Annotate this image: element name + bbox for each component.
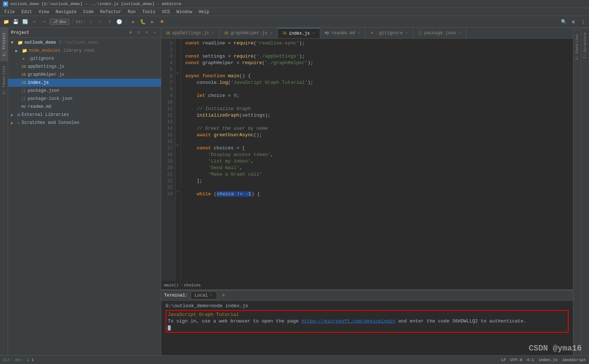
tree-item-ext-libs[interactable]: ▶ ⊞ External Libraries <box>8 111 161 119</box>
stop-btn[interactable]: ■ <box>158 18 166 26</box>
tree-item-packagelockjson[interactable]: {} package-lock.json <box>8 95 161 103</box>
tab-graphhelper-close[interactable]: × <box>270 31 273 36</box>
menu-file[interactable]: File <box>1 9 18 15</box>
git-label: Git: <box>76 20 85 24</box>
tab-appsettings[interactable]: JS appSettings.js × <box>161 28 220 38</box>
tree-item-readme[interactable]: MD readme.md <box>8 103 161 111</box>
tree-item-packagejson[interactable]: {} package.json <box>8 87 161 95</box>
gitignore-name: .gitignore <box>28 56 54 61</box>
search-btn[interactable]: 🔍 <box>560 18 568 26</box>
tree-item-root[interactable]: ▼ 📁 outlook_demo G:\outlook_demo <box>8 39 161 47</box>
tree-item-scratches[interactable]: ▶ ✏ Scratches and Consoles <box>8 119 161 127</box>
menu-vcs[interactable]: VCS <box>159 9 173 15</box>
right-tab-favorites[interactable]: 2: Favorites <box>574 29 581 64</box>
terminal-authenticate: to authenticate. <box>478 318 526 324</box>
back-btn[interactable]: ← <box>31 18 39 26</box>
terminal-tab-local[interactable]: Local × <box>191 291 217 300</box>
terminal-add-button[interactable]: + <box>220 292 227 299</box>
code-content[interactable]: const readline = require('readline-sync'… <box>181 39 573 281</box>
breadcrumb-sep: › <box>180 283 183 287</box>
terminal-content[interactable]: G:\outlook_demo>node index.js JavaScript… <box>161 301 573 355</box>
tab-indexjs[interactable]: JS index.js × <box>278 28 321 38</box>
menu-window[interactable]: Window <box>174 9 195 15</box>
tab-bar: JS appSettings.js × JS graphHelper.js × … <box>161 28 573 39</box>
status-git: Git: dev <box>3 358 22 362</box>
fold-icon-6[interactable]: ▽ <box>177 71 179 76</box>
more-btn[interactable]: ⋮ <box>579 18 587 26</box>
terminal-tutorial-text: JavaScript Graph Tutorial <box>168 312 239 317</box>
js-file-icon3: JS <box>21 81 26 85</box>
tab-appsettings-close[interactable]: × <box>211 31 215 36</box>
breadcrumb-bar: main() › choices <box>161 281 573 290</box>
terminal-label: Terminal: <box>164 293 188 298</box>
fold-icon-24[interactable]: ▽ <box>177 189 179 194</box>
menu-refactor[interactable]: Refactor <box>97 9 124 15</box>
save-btn[interactable]: 💾 <box>12 18 20 26</box>
js-file-icon: JS <box>21 64 26 69</box>
toolbar-right: 🔍 ⚙ ⋮ <box>560 18 587 26</box>
tab-graphhelper-label: graphHelper.js <box>230 31 267 36</box>
panel-header: Project ⊕ ≡ + — <box>8 28 161 38</box>
tab-graphhelper[interactable]: JS graphHelper.js × <box>220 28 278 38</box>
menu-tools[interactable]: Tools <box>139 9 158 15</box>
settings-btn[interactable]: ⚙ <box>569 18 577 26</box>
graphhelper-name: graphHelper.js <box>28 72 65 77</box>
panel-sync-btn[interactable]: ⊕ <box>127 30 134 36</box>
menu-help[interactable]: Help <box>196 9 212 15</box>
tab-indexjs-close[interactable]: × <box>312 31 315 36</box>
git-check-btn[interactable]: ✓ <box>87 18 95 26</box>
panel-expand-btn[interactable]: + <box>143 30 150 36</box>
git-check2-btn[interactable]: ✓ <box>96 18 104 26</box>
code-editor[interactable]: 12345 678910 1112131415 1617181920 21222… <box>161 39 573 281</box>
git-push-btn[interactable]: ↑ <box>106 18 114 26</box>
left-tab-project[interactable]: 1: Project <box>0 28 8 61</box>
tab-readme[interactable]: MD readme.md × <box>320 28 365 38</box>
tab-packagejson-label: package.json <box>424 31 456 36</box>
branch-indicator[interactable]: ⎇ dev <box>50 19 70 25</box>
menu-run[interactable]: Run <box>125 9 139 15</box>
git-history-btn[interactable]: 🕐 <box>115 18 123 26</box>
tab-git-icon: 🔸 <box>370 31 374 35</box>
left-tab-favorites[interactable]: 2: Favorites <box>0 61 8 99</box>
terminal-link[interactable]: https://microsoft.com/devicelogin <box>302 318 395 324</box>
run-coverage-btn[interactable]: ▶ <box>148 18 156 26</box>
panel-settings-btn[interactable]: ≡ <box>135 30 142 36</box>
editor-and-bottom: JS appSettings.js × JS graphHelper.js × … <box>161 28 573 355</box>
tab-gitignore-label: .gitignore <box>376 31 403 36</box>
scratches-icon: ▶ <box>11 121 16 125</box>
tree-item-node-modules[interactable]: ▶ 📁 node_modules library root <box>8 47 161 55</box>
right-structure-bar: 7: Structure <box>581 28 589 355</box>
run-btn[interactable]: ▶ <box>129 18 137 26</box>
forward-btn[interactable]: → <box>40 18 48 26</box>
tab-js-icon1: JS <box>166 31 170 35</box>
terminal-tab-close[interactable]: × <box>209 293 213 298</box>
terminal-cursor <box>168 325 171 330</box>
menu-edit[interactable]: Edit <box>19 9 35 15</box>
tab-packagejson[interactable]: {} package.json × <box>413 28 466 38</box>
tab-packagejson-close[interactable]: × <box>458 31 462 36</box>
bottom-panel: Terminal: Local × + G:\outlook_demo>node… <box>161 290 573 355</box>
tree-item-graphhelper[interactable]: JS graphHelper.js <box>8 71 161 79</box>
open-folder-btn[interactable]: 📁 <box>2 18 10 26</box>
fold-icon-17[interactable]: ▽ <box>177 144 179 148</box>
menu-navigate[interactable]: Navigate <box>53 9 80 15</box>
panel-close-btn[interactable]: — <box>151 30 158 36</box>
panel-title: Project <box>11 30 126 35</box>
menu-code[interactable]: Code <box>80 9 97 15</box>
status-position: 4:1 <box>527 358 534 362</box>
menu-view[interactable]: View <box>36 9 52 15</box>
file-tree: ▼ 📁 outlook_demo G:\outlook_demo ▶ 📁 nod… <box>8 38 161 355</box>
right-tab-structure[interactable]: 7: Structure <box>582 28 589 63</box>
tab-gitignore-close[interactable]: × <box>405 31 408 36</box>
tree-item-gitignore[interactable]: 🔸 .gitignore <box>8 55 161 63</box>
sync-btn[interactable]: 🔄 <box>21 18 29 26</box>
tree-item-indexjs[interactable]: JS index.js <box>8 79 161 87</box>
terminal-command: G:\outlook_demo>node index.js <box>166 303 248 309</box>
tree-item-appsettings[interactable]: JS appSettings.js <box>8 63 161 71</box>
folder-icon: ▼ <box>11 40 16 45</box>
status-bar: Git: dev ⚠ 1 LF UTF-8 4:1 index.js JavaS… <box>0 355 589 364</box>
terminal-local-label: Local <box>195 293 208 298</box>
tab-gitignore[interactable]: 🔸 .gitignore × <box>365 28 413 38</box>
debug-btn[interactable]: 🐛 <box>139 18 147 26</box>
tab-readme-close[interactable]: × <box>357 31 361 36</box>
